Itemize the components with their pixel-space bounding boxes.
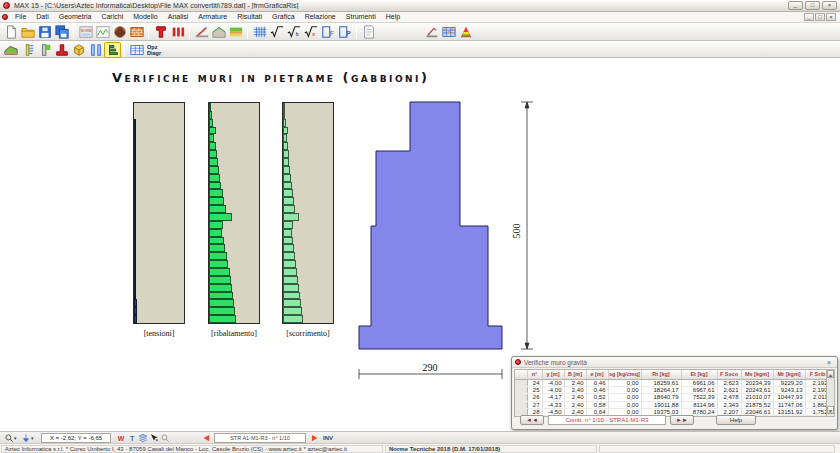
w-export-icon[interactable]: W — [115, 432, 126, 443]
frame-p-button[interactable]: P — [336, 24, 353, 40]
table-row[interactable]: 27-4,332,400,580,0019011,888114,962,3432… — [515, 401, 830, 408]
stone-cluster-icon — [113, 25, 127, 39]
save-button[interactable] — [36, 24, 53, 40]
toolbar-separator — [124, 43, 125, 57]
soil-layers-button[interactable] — [227, 24, 244, 40]
menu-bar: FileDatiGeometriaCarichiModelloAnalisiAr… — [0, 12, 840, 23]
frame-f-button[interactable]: F — [319, 24, 336, 40]
menu-carichi[interactable]: Carichi — [96, 12, 128, 22]
dialog-close-icon[interactable]: × — [824, 359, 834, 366]
t-foundation-button[interactable] — [152, 24, 169, 40]
grid-stars-button[interactable] — [440, 24, 457, 40]
gabion-wall-button[interactable] — [36, 42, 53, 58]
report-button[interactable] — [360, 24, 377, 40]
menu-help[interactable]: Help — [381, 12, 405, 22]
retaining-wall-button[interactable] — [19, 42, 36, 58]
mdi-restore-icon[interactable]: □ — [815, 13, 825, 21]
column-header[interactable]: Ms [kgm] — [741, 370, 773, 379]
column-header[interactable]: F Ssco — [717, 370, 741, 379]
menu-analisi[interactable]: Analisi — [163, 12, 194, 22]
slope-button[interactable] — [210, 24, 227, 40]
wall-pair-button[interactable] — [87, 42, 104, 58]
spw-graph-button[interactable] — [94, 24, 111, 40]
column-header[interactable]: Mr [kgm] — [773, 370, 805, 379]
pan-caret-icon[interactable]: ▾ — [31, 435, 37, 441]
options-table-button[interactable] — [128, 42, 145, 58]
column-header[interactable]: sg [kg/cmq] — [608, 370, 641, 379]
menu-dati[interactable]: Dati — [31, 12, 53, 22]
table-cell: 21875,52 — [741, 401, 773, 408]
main-toolbar: NORMbxFP — [0, 23, 840, 41]
open-folder-icon — [21, 25, 35, 39]
column-header[interactable]: y [m] — [542, 370, 564, 379]
column-header[interactable]: Rt [kg] — [641, 370, 681, 379]
pointer-tool-icon[interactable] — [148, 432, 159, 443]
open-folder-button[interactable] — [19, 24, 36, 40]
text-tool-icon[interactable]: T — [126, 432, 137, 443]
prev-combination-arrow-icon[interactable] — [200, 432, 211, 443]
pile-button[interactable] — [193, 24, 210, 40]
table-scrollbar[interactable]: ▲ ▼ — [826, 369, 835, 417]
zoom-small-icon[interactable] — [159, 432, 170, 443]
pile-hammer-button[interactable] — [423, 24, 440, 40]
maximize-icon[interactable]: □ — [805, 1, 820, 10]
next-combination-button[interactable]: ►► — [670, 415, 694, 425]
menu-risultati[interactable]: Risultati — [232, 12, 267, 22]
mdi-close-icon[interactable]: × — [826, 13, 836, 21]
mdi-minimize-icon[interactable]: _ — [804, 13, 814, 21]
table-cell: 25 — [527, 386, 542, 393]
minimize-icon[interactable]: _ — [788, 1, 803, 10]
zoom-tool-icon[interactable] — [3, 432, 14, 443]
row-selector[interactable] — [515, 401, 527, 408]
mesh-button[interactable] — [251, 24, 268, 40]
diagrams-button[interactable] — [104, 42, 121, 58]
column-header[interactable]: n° — [527, 370, 542, 379]
row-selector[interactable] — [515, 386, 527, 393]
box-3d-button[interactable] — [70, 42, 87, 58]
scroll-down-icon[interactable]: ▼ — [827, 406, 834, 414]
new-document-button[interactable] — [2, 24, 19, 40]
row-selector[interactable] — [515, 379, 527, 386]
results-table[interactable]: n°y [m]B [m]e [m]sg [kg/cmq]Rt [kg]Et [k… — [515, 370, 831, 416]
table-row[interactable]: 24-4,002,400,460,0018259,616961,062,6232… — [515, 379, 830, 386]
help-button[interactable]: Help — [716, 415, 756, 425]
column-header[interactable]: Et [kg] — [681, 370, 717, 379]
prev-combination-button[interactable]: ◄◄ — [520, 415, 544, 425]
row-selector[interactable] — [515, 394, 527, 401]
column-header[interactable]: e [m] — [586, 370, 608, 379]
table-cell: 18640,79 — [641, 394, 681, 401]
scroll-track[interactable] — [827, 378, 834, 406]
columns-icon — [171, 25, 185, 39]
terrain-button[interactable] — [2, 42, 19, 58]
sqrt-x-button[interactable]: x — [302, 24, 319, 40]
sqrt-a-button[interactable] — [268, 24, 285, 40]
foundation-red-button[interactable] — [53, 42, 70, 58]
close-icon[interactable]: × — [822, 1, 837, 10]
dialog-title-bar[interactable]: Verifiche muro gravità × — [512, 357, 837, 368]
combination-selector[interactable]: STR A1-M1-R3 - n° 1/10 — [214, 433, 306, 443]
next-combination-arrow-icon[interactable] — [309, 432, 320, 443]
table-cell: 0,46 — [586, 386, 608, 393]
table-row[interactable]: 26-4,172,400,520,0018640,797522,392,4782… — [515, 394, 830, 401]
menu-file[interactable]: File — [10, 12, 31, 22]
menu-strumenti[interactable]: Strumenti — [341, 12, 381, 22]
cone-button[interactable] — [457, 24, 474, 40]
layers-tool-icon[interactable] — [137, 432, 148, 443]
columns-button[interactable] — [169, 24, 186, 40]
save-all-button[interactable] — [53, 24, 70, 40]
menu-grafica[interactable]: Grafica — [267, 12, 300, 22]
menu-modello[interactable]: Modello — [128, 12, 163, 22]
norm-button[interactable]: NORM — [77, 24, 94, 40]
brick-wall-button[interactable] — [128, 24, 145, 40]
sqrt-b-button[interactable]: b — [285, 24, 302, 40]
table-row[interactable]: 25-4,002,400,460,0018264,176967,612,6212… — [515, 386, 830, 393]
menu-armature[interactable]: Armature — [193, 12, 232, 22]
scroll-up-icon[interactable]: ▲ — [827, 370, 834, 378]
pan-tool-icon[interactable] — [20, 432, 31, 443]
menu-geometria[interactable]: Geometria — [54, 12, 97, 22]
menu-relazione[interactable]: Relazione — [300, 12, 341, 22]
height-dimension-label: 500 — [511, 224, 522, 239]
stone-cluster-button[interactable] — [111, 24, 128, 40]
column-header[interactable]: B [m] — [564, 370, 586, 379]
tensioni-bar — [134, 134, 136, 142]
